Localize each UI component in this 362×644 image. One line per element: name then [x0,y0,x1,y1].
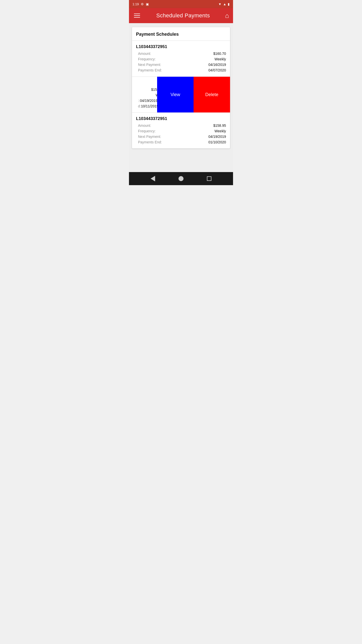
next-payment-row-2: :: 04/19/2019 [136,98,155,103]
app-bar: Scheduled Payments ⌂ [129,8,233,23]
menu-button[interactable] [133,13,141,19]
next-payment-label: Next Payment: [136,63,161,67]
next-payment-label-2: :: [136,99,140,103]
home-icon[interactable]: ⌂ [225,12,229,20]
next-payment-label-3: Next Payment: [136,135,161,139]
payments-end-label-2: d: [136,104,141,108]
payment-item-3: L103443372951 Amount: $158.95 Frequency:… [132,113,230,148]
amount-value: $160.70 [213,52,226,56]
recent-button[interactable] [202,174,216,183]
payments-end-value: 04/07/2020 [208,68,226,72]
recent-icon [207,176,211,181]
payments-end-value-2: 10/11/2019 [141,104,159,108]
amount-label: Amount: [136,52,151,56]
signal-icon: ▲ [223,2,226,6]
wifi-icon: ▼ [218,2,221,6]
payments-end-label: Payments End: [136,68,162,72]
payments-end-row-2: d: 10/11/2019 [136,103,155,109]
time-display: 1:19 [132,2,139,6]
amount-value-3: $158.95 [213,124,226,128]
payment-item-content: L103443372951 Amount: $160.70 Frequency:… [132,41,230,76]
payment-schedules-card: Payment Schedules L103443372951 Amount: … [132,27,230,148]
frequency-value: Weekly [214,57,226,61]
card-header: Payment Schedules [132,27,230,41]
main-content: Payment Schedules L103443372951 Amount: … [129,23,233,172]
payments-end-value-3: 01/10/2020 [208,140,226,144]
next-payment-value: 04/16/2019 [208,63,226,67]
next-payment-row: Next Payment: 04/16/2019 [136,62,226,67]
loan-id-2 [136,80,155,85]
loan-id-3: L103443372951 [136,116,226,121]
amount-row-2: Amount: $158.95 [136,87,155,92]
frequency-row-3: Frequency: Weekly [136,128,226,134]
amount-label-3: Amount: [136,124,151,128]
amount-row-3: Amount: $158.95 [136,123,226,128]
amount-row: Amount: $160.70 [136,51,226,56]
frequency-row: Frequency: Weekly [136,56,226,62]
status-bar-left: 1:19 ⚙ ▣ [132,2,149,6]
card-title: Payment Schedules [136,32,179,37]
next-payment-value-3: 04/19/2019 [208,135,226,139]
frequency-label: Frequency: [136,57,156,61]
view-button[interactable]: View [157,77,194,112]
back-button[interactable] [146,174,160,183]
sim-icon: ▣ [146,2,149,6]
page-title: Scheduled Payments [156,12,210,19]
frequency-value-3: Weekly [214,129,226,133]
status-bar: 1:19 ⚙ ▣ ▼ ▲ ▮ [129,0,233,8]
payment-item-content-3: L103443372951 Amount: $158.95 Frequency:… [132,113,230,148]
frequency-label-3: Frequency: [136,129,156,133]
payment-item: L103443372951 Amount: $160.70 Frequency:… [132,41,230,77]
payment-item-swiped: Amount: $158.95 Frequency: Weekly :: 04/… [132,77,230,113]
loan-id: L103443372951 [136,44,226,49]
home-nav-button[interactable] [173,174,189,183]
back-icon [151,176,155,181]
next-payment-row-3: Next Payment: 04/19/2019 [136,134,226,139]
next-payment-value-2: 04/19/2019 [140,99,158,103]
delete-button[interactable]: Delete [194,77,230,112]
payments-end-row: Payments End: 04/07/2020 [136,67,226,73]
frequency-row-2: Frequency: Weekly [136,92,155,98]
swipe-actions: View Delete [157,77,230,112]
home-nav-icon [178,176,184,181]
payments-end-label-3: Payments End: [136,140,162,144]
bottom-nav [129,172,233,185]
battery-icon: ▮ [228,2,230,6]
gear-icon: ⚙ [141,2,144,6]
status-bar-right: ▼ ▲ ▮ [218,2,230,6]
payments-end-row-3: Payments End: 01/10/2020 [136,139,226,145]
